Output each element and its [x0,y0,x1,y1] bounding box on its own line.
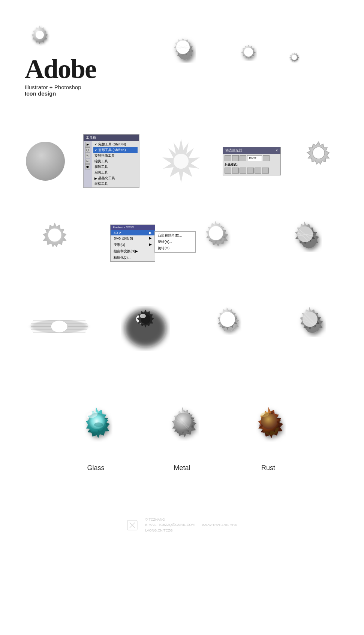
gear-3d-polished-2 [280,298,339,355]
gear-blur-lines [25,304,93,349]
process-row-3 [0,298,364,355]
glass-label: Glass [87,464,104,472]
svg-point-57 [259,424,263,428]
glass-gear-container: Glass [64,400,128,472]
gear-3d-extruded-dark [276,214,334,272]
illustrator-3d-menu-screenshot: Illustrator XXXX 3D ✔▶ SVG 滤镜(S)▶ 变形(O)▶… [110,225,155,262]
svg-point-8 [26,142,65,181]
gear-metal [150,400,214,460]
svg-point-55 [271,411,274,414]
final-gears-row: Glass [0,385,364,479]
process-row-2: Illustrator XXXX 3D ✔▶ SVG 滤镜(S)▶ 变形(O)▶… [0,214,364,272]
spacer-4 [0,355,364,385]
svg-point-46 [94,422,103,427]
gear-shadow-blob [117,298,174,355]
footer: © TCZHANG E-MAIL: TCBZZQ@GMAIL.COM LVONG… [0,509,364,541]
footer-email: E-MAIL: TCBZZQ@GMAIL.COM [145,522,195,527]
flat-gear-outline [296,139,341,184]
process-row-1: 工具箱 ▶ ⬡ ✎ ✂ ⬟ ✔完整工具 (Shift+N) ✔变形工具 (Shi… [0,134,364,188]
footer-blog: LVONG.CN/TCZG [145,528,195,533]
gear-rust [237,400,300,460]
header-section: Adobe Illustrator + Photoshop Icon desig… [0,0,364,104]
svg-point-6 [244,48,253,57]
flat-gear-gray [30,219,79,268]
spacer-2 [0,188,364,214]
illustrator-tools-screenshot: 工具箱 ▶ ⬡ ✎ ✂ ⬟ ✔完整工具 (Shift+N) ✔变形工具 (Shi… [83,134,139,188]
svg-point-11 [48,228,61,242]
header-gears [118,30,339,90]
subtitle-line2: Icon design [25,90,96,97]
footer-copyright: © TCZHANG [145,517,195,522]
spacer-5 [0,479,364,509]
gear-3d-polished-1 [198,298,256,355]
header-gear-large [153,30,213,90]
spacer-1 [0,104,364,134]
footer-site: WWW.TCZHANG.COM [202,523,237,527]
svg-point-9 [174,154,189,169]
rust-label: Rust [261,464,275,472]
title-block: Adobe Illustrator + Photoshop Icon desig… [25,22,96,97]
base-circle [23,139,68,184]
footer-logo-icon [127,520,138,531]
header-gear-logo [25,22,55,52]
rust-gear-container: Rust [237,400,300,472]
svg-point-37 [220,312,235,327]
svg-point-13 [209,226,223,240]
footer-copyright-block: © TCZHANG E-MAIL: TCBZZQ@GMAIL.COM LVONG… [145,517,195,533]
subtitle-line1: Illustrator + Photoshop [25,84,96,90]
svg-point-56 [277,421,279,423]
spacer-3 [0,272,364,298]
svg-point-0 [36,31,44,39]
gear-glass [64,400,128,460]
header-gear-small [284,49,305,70]
svg-point-7 [292,55,297,60]
svg-point-35 [140,314,146,318]
metal-label: Metal [174,464,190,472]
header-gear-medium [228,39,269,80]
metal-gear-container: Metal [150,400,214,472]
svg-point-10 [313,147,325,159]
adobe-title: Adobe [25,55,96,82]
photoshop-panel-screenshot: 动态滤光器 ✕ 100% 射线模式: [223,147,281,175]
star-shape [155,135,207,187]
